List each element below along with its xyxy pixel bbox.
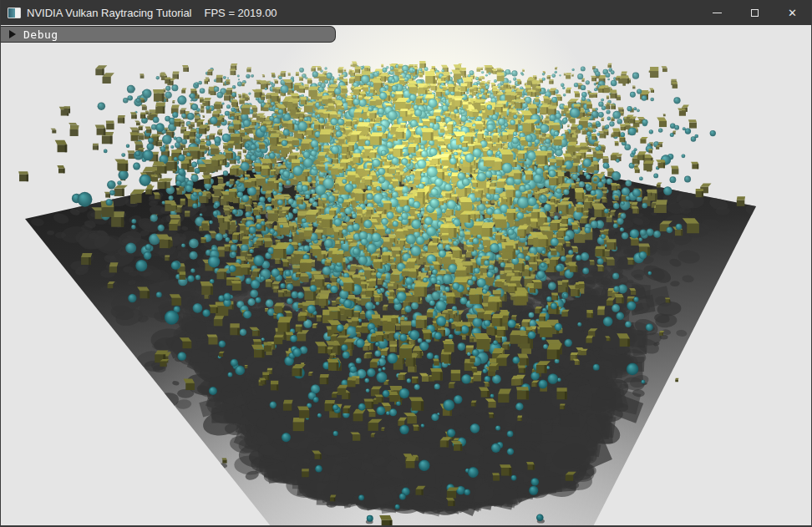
debug-panel-header[interactable]: Debug xyxy=(1,26,336,43)
minimize-button[interactable] xyxy=(698,0,736,25)
app-icon xyxy=(8,8,21,18)
maximize-icon xyxy=(751,9,759,17)
close-icon: ✕ xyxy=(788,8,797,18)
fps-counter: FPS = 2019.00 xyxy=(205,7,277,19)
app-window: NVIDIA Vulkan Raytracing Tutorial FPS = … xyxy=(0,0,812,527)
debug-panel-label: Debug xyxy=(23,28,58,41)
minimize-icon xyxy=(713,13,722,13)
titlebar: NVIDIA Vulkan Raytracing Tutorial FPS = … xyxy=(1,0,811,25)
render-viewport: Debug xyxy=(1,25,811,525)
window-title: NVIDIA Vulkan Raytracing Tutorial xyxy=(27,7,192,19)
maximize-button[interactable] xyxy=(736,0,774,25)
window-controls: ✕ xyxy=(698,0,811,25)
collapse-arrow-icon xyxy=(9,30,16,38)
raytraced-scene-canvas[interactable] xyxy=(1,25,811,525)
close-button[interactable]: ✕ xyxy=(774,0,811,25)
